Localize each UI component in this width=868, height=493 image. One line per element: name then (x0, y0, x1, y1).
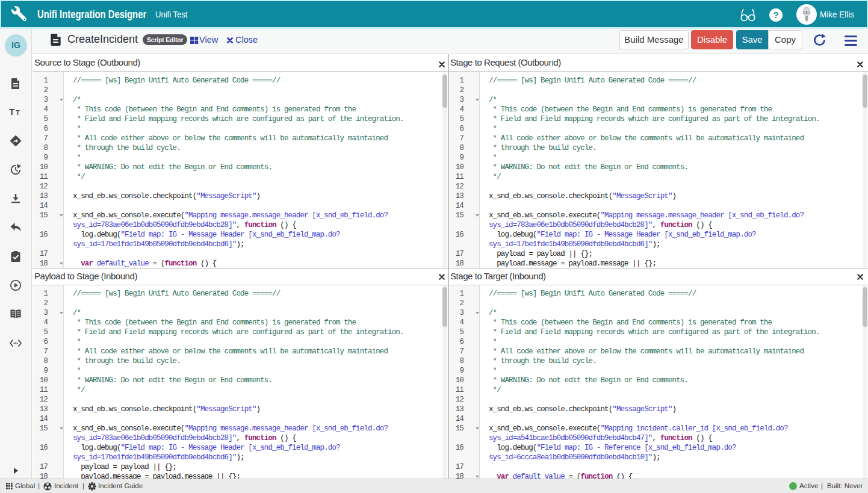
svg-text:T: T (9, 107, 14, 117)
svg-text:T: T (16, 109, 20, 116)
